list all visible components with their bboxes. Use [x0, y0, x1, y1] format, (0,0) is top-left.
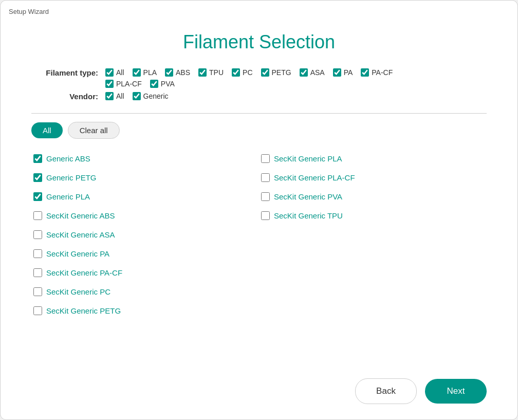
footer: Back Next: [1, 368, 517, 419]
filament-type-pa[interactable]: PA: [333, 68, 353, 77]
vendor-label: Vendor:: [31, 92, 98, 101]
filament-checkbox-seckit-pla-cf[interactable]: [261, 173, 270, 182]
filament-type-all[interactable]: All: [105, 68, 124, 77]
filament-checkbox-seckit-pa[interactable]: [33, 249, 42, 258]
filament-type-checkbox-pc[interactable]: [232, 68, 240, 77]
page-title: Filament Selection: [1, 31, 517, 53]
filament-checkbox-seckit-pva[interactable]: [261, 192, 270, 201]
filter-section: Filament type: AllPLAABSTPUPCPETGASAPAPA…: [31, 68, 487, 114]
filament-item-seckit-pa-cf[interactable]: SecKit Generic PA-CF: [31, 263, 259, 282]
filament-type-checkbox-tpu[interactable]: [198, 68, 207, 77]
filament-item-generic-abs[interactable]: Generic ABS: [31, 149, 259, 168]
filament-item-generic-petg[interactable]: Generic PETG: [31, 168, 259, 187]
filament-type-checkbox-all[interactable]: [105, 68, 114, 77]
filament-type-checkbox-asa[interactable]: [300, 68, 308, 77]
vendor-all[interactable]: All: [105, 92, 124, 100]
filament-checkbox-seckit-asa[interactable]: [33, 230, 42, 239]
content-area: Filament type: AllPLAABSTPUPCPETGASAPAPA…: [1, 68, 517, 368]
filament-list: Generic ABSGeneric PETGGeneric PLASecKit…: [31, 149, 487, 320]
filament-type-pva[interactable]: PVA: [150, 80, 175, 88]
filament-checkbox-seckit-abs[interactable]: [33, 211, 42, 220]
filament-item-generic-pla[interactable]: Generic PLA: [31, 187, 259, 206]
filament-type-label: Filament type:: [31, 68, 98, 77]
back-button[interactable]: Back: [355, 378, 417, 404]
vendor-checkbox-generic[interactable]: [133, 92, 141, 100]
vendor-row: Vendor: AllGeneric: [31, 92, 487, 101]
all-button[interactable]: All: [31, 122, 63, 138]
filament-item-seckit-pa[interactable]: SecKit Generic PA: [31, 244, 259, 263]
filament-type-pc[interactable]: PC: [232, 68, 252, 77]
action-buttons: All Clear all: [31, 122, 487, 139]
filament-item-seckit-abs[interactable]: SecKit Generic ABS: [31, 206, 259, 225]
filament-type-checkbox-abs[interactable]: [165, 68, 173, 77]
filament-item-seckit-petg[interactable]: SecKit Generic PETG: [31, 301, 259, 320]
filament-type-row-1: AllPLAABSTPUPCPETGASAPAPA-CF: [105, 68, 393, 77]
filament-checkbox-seckit-pa-cf[interactable]: [33, 268, 42, 277]
vendor-checkbox-all[interactable]: [105, 92, 114, 100]
filament-checkbox-seckit-petg[interactable]: [33, 306, 42, 315]
filament-item-seckit-pva[interactable]: SecKit Generic PVA: [259, 187, 487, 206]
filament-checkbox-generic-petg[interactable]: [33, 173, 42, 182]
filament-checkbox-generic-abs[interactable]: [33, 154, 42, 163]
filament-type-checkbox-petg[interactable]: [261, 68, 269, 77]
filament-type-petg[interactable]: PETG: [261, 68, 291, 77]
filament-type-checkbox-pla[interactable]: [133, 68, 141, 77]
filament-type-row-2: PLA-CFPVA: [105, 80, 393, 88]
vendor-options: AllGeneric: [105, 92, 169, 100]
main-window: Setup Wizard Filament Selection Filament…: [0, 0, 518, 420]
filament-checkbox-seckit-pla[interactable]: [261, 154, 270, 163]
filament-type-checkbox-pa[interactable]: [333, 68, 341, 77]
next-button[interactable]: Next: [425, 379, 487, 404]
filament-type-checkbox-pva[interactable]: [150, 80, 158, 88]
filament-type-pla-cf[interactable]: PLA-CF: [105, 80, 142, 88]
setup-wizard-label: Setup Wizard: [9, 8, 49, 15]
filament-type-options: AllPLAABSTPUPCPETGASAPAPA-CF PLA-CFPVA: [105, 68, 393, 88]
filament-checkbox-generic-pla[interactable]: [33, 192, 42, 201]
filament-type-abs[interactable]: ABS: [165, 68, 190, 77]
filament-col-1: Generic ABSGeneric PETGGeneric PLASecKit…: [31, 149, 259, 320]
filament-item-seckit-pla[interactable]: SecKit Generic PLA: [259, 149, 487, 168]
filament-checkbox-seckit-tpu[interactable]: [261, 211, 270, 220]
filament-type-pla[interactable]: PLA: [133, 68, 157, 77]
filament-type-pa-cf[interactable]: PA-CF: [361, 68, 393, 77]
filament-col-2: SecKit Generic PLASecKit Generic PLA-CFS…: [259, 149, 487, 320]
filament-type-tpu[interactable]: TPU: [198, 68, 224, 77]
vendor-generic[interactable]: Generic: [133, 92, 169, 100]
filament-type-checkbox-pla-cf[interactable]: [105, 80, 114, 88]
filament-item-seckit-asa[interactable]: SecKit Generic ASA: [31, 225, 259, 244]
filament-item-seckit-pc[interactable]: SecKit Generic PC: [31, 282, 259, 301]
filament-type-asa[interactable]: ASA: [300, 68, 325, 77]
clear-all-button[interactable]: Clear all: [68, 122, 120, 139]
filament-type-checkbox-pa-cf[interactable]: [361, 68, 369, 77]
filament-type-row: Filament type: AllPLAABSTPUPCPETGASAPAPA…: [31, 68, 487, 88]
filament-item-seckit-tpu[interactable]: SecKit Generic TPU: [259, 206, 487, 225]
filament-checkbox-seckit-pc[interactable]: [33, 287, 42, 296]
filament-item-seckit-pla-cf[interactable]: SecKit Generic PLA-CF: [259, 168, 487, 187]
